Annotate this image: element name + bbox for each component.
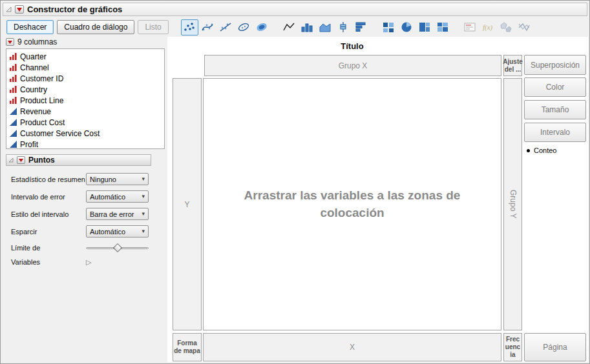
fit-label: Ajuste del ... (503, 58, 523, 74)
box-plot-button[interactable] (335, 19, 352, 35)
interval-style-label: Estilo del intervalo (6, 210, 86, 218)
interval-style-select[interactable]: Barra de error ▾ (86, 208, 149, 220)
toolbar: Deshacer Cuadro de diálogo Listo (3, 17, 587, 37)
ellipse-button[interactable] (235, 19, 253, 35)
color-label: Color (546, 83, 565, 92)
column-item[interactable]: Quarter (8, 51, 164, 62)
plot-canvas[interactable]: Arrastrar las variables a las zonas de c… (203, 78, 501, 330)
points-red-triangle-icon[interactable] (17, 156, 25, 164)
dialog-button[interactable]: Cuadro de diálogo (57, 20, 134, 34)
pie-chart-icon (400, 21, 413, 33)
map-shape-label: Forma de mapa (174, 339, 200, 355)
y-dropzone[interactable]: Y (173, 78, 202, 330)
color-dropzone[interactable]: Color (524, 77, 586, 97)
treemap-icon (418, 21, 431, 33)
interval-dropzone[interactable]: Intervalo (524, 123, 586, 142)
smoother-button[interactable] (199, 19, 216, 35)
variables-label: Variables (6, 258, 86, 266)
mosaic-icon (436, 21, 449, 33)
group-y-dropzone[interactable]: Grupo Y (503, 78, 522, 330)
page-dropzone[interactable]: Página (524, 333, 586, 361)
map-shapes-button[interactable] (498, 19, 515, 35)
contour-button[interactable] (253, 19, 271, 35)
column-item[interactable]: Country (8, 84, 164, 95)
element-icons-group-4: f(x) (461, 19, 534, 35)
interval-label: Intervalo (540, 128, 570, 137)
points-chart-button[interactable] (181, 19, 198, 35)
limit-row: Límite de (6, 240, 167, 256)
limit-label: Límite de (6, 244, 86, 252)
line-chart-icon (282, 21, 295, 33)
map-shape-dropzone[interactable]: Forma de mapa (173, 333, 202, 361)
graph-title[interactable]: Título (203, 41, 501, 51)
done-button[interactable]: Listo (138, 20, 168, 34)
chevron-down-icon: ▾ (142, 194, 145, 199)
jitter-select[interactable]: Automático ▾ (86, 225, 149, 238)
continuous-column-icon (10, 119, 17, 126)
fit-dropzone[interactable]: Ajuste del ... (503, 55, 522, 76)
points-collapse-triangle-icon[interactable] (8, 157, 14, 163)
error-interval-select[interactable]: Automático ▾ (86, 190, 149, 203)
line-chart-button[interactable] (280, 19, 298, 35)
area-chart-button[interactable] (317, 19, 334, 35)
column-label: Profit (20, 140, 38, 149)
variables-row: Variables ▷ (6, 256, 167, 268)
jitter-value: Automático (90, 228, 125, 236)
summary-statistic-value: Ninguno (90, 176, 116, 183)
column-label: Product Line (20, 96, 63, 105)
nominal-column-icon (10, 86, 17, 93)
histogram-button[interactable] (353, 19, 370, 35)
legend-count-label: Conteo (534, 147, 556, 154)
pie-chart-button[interactable] (398, 19, 416, 35)
parallel-plot-button[interactable] (516, 19, 533, 35)
continuous-column-icon (10, 130, 17, 137)
chevron-down-icon: ▾ (142, 211, 145, 217)
page-label: Página (543, 343, 567, 352)
y-label: Y (184, 200, 189, 209)
column-item[interactable]: Revenue (8, 106, 164, 117)
interval-style-row: Estilo del intervalo Barra de error ▾ (6, 205, 167, 223)
size-label: Tamaño (542, 105, 569, 114)
column-item[interactable]: Customer Service Cost (8, 128, 164, 139)
jitter-row: Esparcir Automático ▾ (6, 223, 167, 240)
treemap-button[interactable] (416, 19, 434, 35)
legend-count-item[interactable]: Conteo (527, 147, 556, 154)
slider-thumb[interactable] (113, 243, 122, 252)
undo-button[interactable]: Deshacer (6, 20, 54, 34)
overlay-dropzone[interactable]: Superposición (524, 55, 586, 75)
column-item[interactable]: Customer ID (8, 73, 164, 84)
collapse-triangle-icon[interactable] (6, 6, 12, 12)
column-label: Customer ID (20, 74, 63, 83)
column-item[interactable]: Product Line (8, 95, 164, 106)
nominal-column-icon (10, 97, 17, 104)
titlebar: Constructor de gráficos (3, 3, 587, 16)
size-dropzone[interactable]: Tamaño (524, 100, 586, 119)
limit-slider[interactable] (86, 243, 149, 252)
legend-bullet-icon (527, 149, 530, 152)
mosaic-button[interactable] (434, 19, 452, 35)
column-item[interactable]: Product Cost (8, 117, 164, 128)
formula-button[interactable]: f(x) (479, 19, 497, 35)
bar-chart-button[interactable] (299, 19, 316, 35)
variables-disclosure-icon[interactable]: ▷ (86, 258, 91, 267)
column-label: Quarter (20, 52, 47, 61)
line-of-fit-button[interactable] (217, 19, 235, 35)
column-item[interactable]: Channel (8, 62, 164, 73)
points-panel-header: Puntos (6, 154, 151, 166)
column-label: Revenue (20, 107, 51, 116)
column-item[interactable]: Profit (8, 139, 164, 149)
summary-statistic-select[interactable]: Ninguno ▾ (86, 173, 149, 185)
window-title: Constructor de gráficos (27, 5, 122, 14)
red-triangle-menu-icon[interactable] (15, 5, 24, 14)
summary-statistic-label: Estadístico de resumen (6, 176, 86, 183)
x-dropzone[interactable]: X (203, 333, 501, 361)
frequency-dropzone[interactable]: Frecuencia (503, 333, 522, 361)
overlay-label: Superposición (531, 61, 580, 70)
interval-style-value: Barra de error (90, 210, 134, 218)
group-x-dropzone[interactable]: Grupo X (204, 55, 501, 76)
caption-box-button[interactable] (461, 19, 479, 35)
heatmap-button[interactable] (380, 19, 397, 35)
columns-red-triangle-icon[interactable] (6, 38, 14, 46)
points-controls: Estadístico de resumen Ninguno ▾ Interva… (6, 170, 167, 268)
x-label: X (350, 343, 355, 352)
